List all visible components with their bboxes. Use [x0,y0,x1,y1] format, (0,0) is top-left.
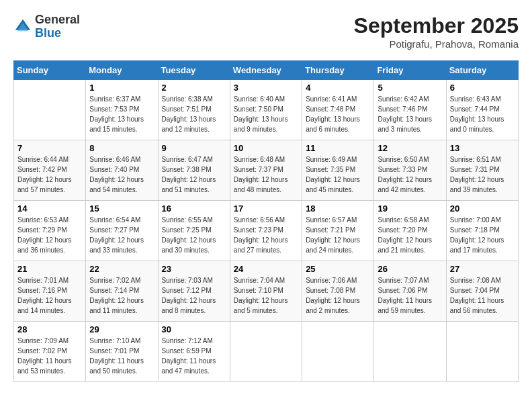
day-info: Sunrise: 6:58 AMSunset: 7:20 PMDaylight:… [378,215,442,255]
day-number: 15 [89,203,154,214]
logo-general: General [35,13,80,26]
day-info: Sunrise: 6:53 AMSunset: 7:29 PMDaylight:… [17,215,82,255]
day-number: 21 [17,264,82,274]
calendar-cell: 14Sunrise: 6:53 AMSunset: 7:29 PMDayligh… [14,201,86,261]
calendar-cell [446,322,518,382]
day-number: 23 [162,264,226,274]
day-info: Sunrise: 6:54 AMSunset: 7:27 PMDaylight:… [89,215,154,255]
logo: General Blue [13,13,80,40]
day-info: Sunrise: 7:12 AMSunset: 6:59 PMDaylight:… [162,336,226,376]
calendar-cell: 9Sunrise: 6:47 AMSunset: 7:38 PMDaylight… [158,140,230,201]
day-number: 22 [89,264,154,274]
day-number: 16 [162,203,226,214]
calendar-cell: 1Sunrise: 6:37 AMSunset: 7:53 PMDaylight… [86,80,158,140]
day-number: 28 [17,324,82,334]
day-number: 7 [17,143,82,153]
column-header-sunday: Sunday [14,61,86,80]
day-number: 2 [162,83,226,93]
calendar-cell [14,80,86,140]
header-row: SundayMondayTuesdayWednesdayThursdayFrid… [14,61,519,80]
day-info: Sunrise: 6:48 AMSunset: 7:37 PMDaylight:… [234,154,298,195]
calendar-table: SundayMondayTuesdayWednesdayThursdayFrid… [13,60,519,382]
day-info: Sunrise: 6:47 AMSunset: 7:38 PMDaylight:… [162,154,226,195]
week-row-2: 7Sunrise: 6:44 AMSunset: 7:42 PMDaylight… [14,140,519,201]
day-info: Sunrise: 6:57 AMSunset: 7:21 PMDaylight:… [306,215,370,255]
calendar-cell: 6Sunrise: 6:43 AMSunset: 7:44 PMDaylight… [446,80,518,140]
calendar-cell: 3Sunrise: 6:40 AMSunset: 7:50 PMDaylight… [230,80,302,140]
calendar-cell: 23Sunrise: 7:03 AMSunset: 7:12 PMDayligh… [158,261,230,322]
day-number: 27 [450,264,515,274]
day-info: Sunrise: 6:38 AMSunset: 7:51 PMDaylight:… [162,94,226,134]
day-info: Sunrise: 6:42 AMSunset: 7:46 PMDaylight:… [378,94,442,134]
calendar-cell [230,322,302,382]
page-header: General Blue September 2025 Potigrafu, P… [13,13,519,50]
calendar-cell: 30Sunrise: 7:12 AMSunset: 6:59 PMDayligh… [158,322,230,382]
column-header-friday: Friday [374,61,446,80]
calendar-cell: 17Sunrise: 6:56 AMSunset: 7:23 PMDayligh… [230,201,302,261]
logo-blue: Blue [35,26,61,40]
column-header-thursday: Thursday [302,61,374,80]
calendar-cell: 28Sunrise: 7:09 AMSunset: 7:02 PMDayligh… [14,322,86,382]
column-header-saturday: Saturday [446,61,518,80]
calendar-cell: 2Sunrise: 6:38 AMSunset: 7:51 PMDaylight… [158,80,230,140]
calendar-cell: 8Sunrise: 6:46 AMSunset: 7:40 PMDaylight… [86,140,158,201]
day-info: Sunrise: 7:06 AMSunset: 7:08 PMDaylight:… [306,275,370,316]
day-number: 29 [89,324,154,334]
day-info: Sunrise: 6:40 AMSunset: 7:50 PMDaylight:… [234,94,298,134]
column-header-tuesday: Tuesday [158,61,230,80]
calendar-cell: 15Sunrise: 6:54 AMSunset: 7:27 PMDayligh… [86,201,158,261]
day-info: Sunrise: 6:55 AMSunset: 7:25 PMDaylight:… [162,215,226,255]
calendar-cell: 18Sunrise: 6:57 AMSunset: 7:21 PMDayligh… [302,201,374,261]
day-info: Sunrise: 7:00 AMSunset: 7:18 PMDaylight:… [450,215,515,255]
day-number: 19 [378,203,442,214]
day-number: 18 [306,203,370,214]
day-number: 26 [378,264,442,274]
logo-icon [13,17,32,36]
day-number: 20 [450,203,515,214]
week-row-5: 28Sunrise: 7:09 AMSunset: 7:02 PMDayligh… [14,322,519,382]
logo-text: General Blue [35,13,80,40]
day-number: 24 [234,264,298,274]
day-info: Sunrise: 6:51 AMSunset: 7:31 PMDaylight:… [450,154,515,195]
day-number: 12 [378,143,442,153]
title-block: September 2025 Potigrafu, Prahova, Roman… [354,13,519,50]
column-header-monday: Monday [86,61,158,80]
calendar-cell: 27Sunrise: 7:08 AMSunset: 7:04 PMDayligh… [446,261,518,322]
day-number: 25 [306,264,370,274]
day-info: Sunrise: 7:04 AMSunset: 7:10 PMDaylight:… [234,275,298,316]
calendar-cell: 11Sunrise: 6:49 AMSunset: 7:35 PMDayligh… [302,140,374,201]
calendar-cell [374,322,446,382]
week-row-3: 14Sunrise: 6:53 AMSunset: 7:29 PMDayligh… [14,201,519,261]
calendar-cell: 20Sunrise: 7:00 AMSunset: 7:18 PMDayligh… [446,201,518,261]
week-row-4: 21Sunrise: 7:01 AMSunset: 7:16 PMDayligh… [14,261,519,322]
calendar-cell: 26Sunrise: 7:07 AMSunset: 7:06 PMDayligh… [374,261,446,322]
calendar-cell: 7Sunrise: 6:44 AMSunset: 7:42 PMDaylight… [14,140,86,201]
day-number: 4 [306,83,370,93]
calendar-cell [302,322,374,382]
day-info: Sunrise: 7:10 AMSunset: 7:01 PMDaylight:… [89,336,154,376]
day-info: Sunrise: 7:08 AMSunset: 7:04 PMDaylight:… [450,275,515,316]
day-number: 17 [234,203,298,214]
day-info: Sunrise: 7:09 AMSunset: 7:02 PMDaylight:… [17,336,82,376]
day-number: 3 [234,83,298,93]
day-info: Sunrise: 7:03 AMSunset: 7:12 PMDaylight:… [162,275,226,316]
column-header-wednesday: Wednesday [230,61,302,80]
day-number: 6 [450,83,515,93]
day-number: 14 [17,203,82,214]
day-number: 1 [89,83,154,93]
calendar-cell: 5Sunrise: 6:42 AMSunset: 7:46 PMDaylight… [374,80,446,140]
day-info: Sunrise: 6:50 AMSunset: 7:33 PMDaylight:… [378,154,442,195]
calendar-cell: 19Sunrise: 6:58 AMSunset: 7:20 PMDayligh… [374,201,446,261]
day-number: 8 [89,143,154,153]
day-number: 11 [306,143,370,153]
day-info: Sunrise: 6:41 AMSunset: 7:48 PMDaylight:… [306,94,370,134]
calendar-cell: 13Sunrise: 6:51 AMSunset: 7:31 PMDayligh… [446,140,518,201]
day-info: Sunrise: 6:44 AMSunset: 7:42 PMDaylight:… [17,154,82,195]
calendar-cell: 25Sunrise: 7:06 AMSunset: 7:08 PMDayligh… [302,261,374,322]
day-number: 30 [162,324,226,334]
calendar-cell: 21Sunrise: 7:01 AMSunset: 7:16 PMDayligh… [14,261,86,322]
day-info: Sunrise: 6:56 AMSunset: 7:23 PMDaylight:… [234,215,298,255]
day-info: Sunrise: 6:43 AMSunset: 7:44 PMDaylight:… [450,94,515,134]
day-info: Sunrise: 6:49 AMSunset: 7:35 PMDaylight:… [306,154,370,195]
day-info: Sunrise: 7:02 AMSunset: 7:14 PMDaylight:… [89,275,154,316]
